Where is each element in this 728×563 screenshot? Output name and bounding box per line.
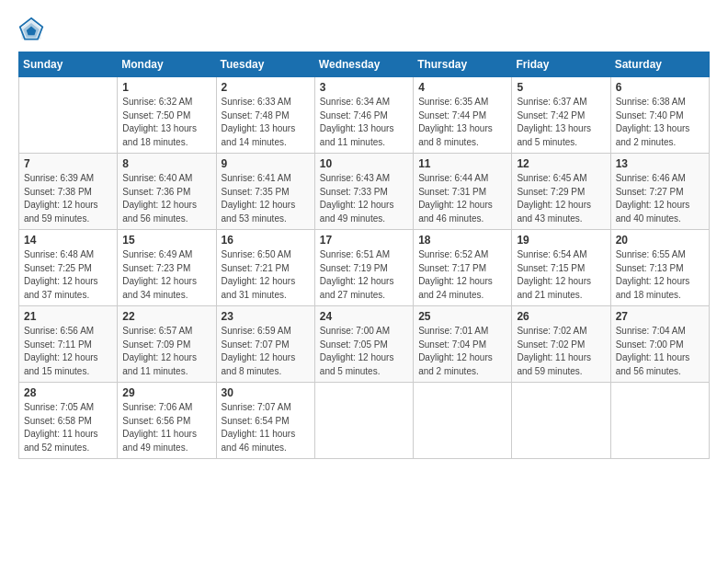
calendar-cell: 21Sunrise: 6:56 AM Sunset: 7:11 PM Dayli… <box>19 306 118 383</box>
calendar-cell: 30Sunrise: 7:07 AM Sunset: 6:54 PM Dayli… <box>216 383 314 459</box>
weekday-header-tuesday: Tuesday <box>216 52 314 77</box>
day-info: Sunrise: 6:45 AM Sunset: 7:29 PM Dayligh… <box>517 172 605 225</box>
weekday-header-sunday: Sunday <box>19 52 118 77</box>
calendar-cell: 2Sunrise: 6:33 AM Sunset: 7:48 PM Daylig… <box>216 77 314 154</box>
logo-icon <box>18 17 44 42</box>
day-number: 28 <box>24 386 112 399</box>
weekday-header-saturday: Saturday <box>610 52 709 77</box>
calendar-cell: 8Sunrise: 6:40 AM Sunset: 7:36 PM Daylig… <box>118 154 216 230</box>
day-info: Sunrise: 6:35 AM Sunset: 7:44 PM Dayligh… <box>418 96 506 149</box>
day-number: 2 <box>222 81 310 94</box>
calendar-cell: 14Sunrise: 6:48 AM Sunset: 7:25 PM Dayli… <box>19 230 118 306</box>
day-info: Sunrise: 6:51 AM Sunset: 7:19 PM Dayligh… <box>320 248 408 302</box>
day-number: 30 <box>222 386 310 399</box>
calendar-cell: 24Sunrise: 7:00 AM Sunset: 7:05 PM Dayli… <box>314 306 413 383</box>
calendar-cell: 9Sunrise: 6:41 AM Sunset: 7:35 PM Daylig… <box>216 154 314 230</box>
weekday-header-wednesday: Wednesday <box>314 52 413 77</box>
day-info: Sunrise: 6:44 AM Sunset: 7:31 PM Dayligh… <box>418 172 506 225</box>
day-info: Sunrise: 6:43 AM Sunset: 7:33 PM Dayligh… <box>320 172 408 225</box>
day-number: 17 <box>320 234 408 247</box>
calendar-cell: 13Sunrise: 6:46 AM Sunset: 7:27 PM Dayli… <box>610 154 709 230</box>
calendar-cell: 18Sunrise: 6:52 AM Sunset: 7:17 PM Dayli… <box>414 230 512 306</box>
calendar-table: SundayMondayTuesdayWednesdayThursdayFrid… <box>18 52 710 459</box>
day-info: Sunrise: 6:52 AM Sunset: 7:17 PM Dayligh… <box>418 248 506 302</box>
day-number: 13 <box>616 157 704 170</box>
day-number: 6 <box>616 81 704 94</box>
day-info: Sunrise: 6:50 AM Sunset: 7:21 PM Dayligh… <box>222 248 310 302</box>
header <box>18 17 710 42</box>
day-info: Sunrise: 6:54 AM Sunset: 7:15 PM Dayligh… <box>517 248 605 302</box>
day-number: 20 <box>616 234 704 247</box>
day-info: Sunrise: 6:46 AM Sunset: 7:27 PM Dayligh… <box>616 172 704 225</box>
day-number: 19 <box>517 234 605 247</box>
calendar-cell: 29Sunrise: 7:06 AM Sunset: 6:56 PM Dayli… <box>118 383 216 459</box>
day-info: Sunrise: 6:41 AM Sunset: 7:35 PM Dayligh… <box>222 172 310 225</box>
weekday-header-monday: Monday <box>118 52 216 77</box>
day-info: Sunrise: 6:55 AM Sunset: 7:13 PM Dayligh… <box>616 248 704 302</box>
day-number: 4 <box>418 81 506 94</box>
day-number: 29 <box>122 386 210 399</box>
calendar-cell: 22Sunrise: 6:57 AM Sunset: 7:09 PM Dayli… <box>118 306 216 383</box>
calendar-cell: 26Sunrise: 7:02 AM Sunset: 7:02 PM Dayli… <box>512 306 610 383</box>
calendar-cell: 15Sunrise: 6:49 AM Sunset: 7:23 PM Dayli… <box>118 230 216 306</box>
day-info: Sunrise: 6:34 AM Sunset: 7:46 PM Dayligh… <box>320 96 408 149</box>
calendar-cell: 19Sunrise: 6:54 AM Sunset: 7:15 PM Dayli… <box>512 230 610 306</box>
calendar-cell: 5Sunrise: 6:37 AM Sunset: 7:42 PM Daylig… <box>512 77 610 154</box>
calendar-cell: 23Sunrise: 6:59 AM Sunset: 7:07 PM Dayli… <box>216 306 314 383</box>
calendar-page: SundayMondayTuesdayWednesdayThursdayFrid… <box>0 0 728 563</box>
calendar-cell <box>19 77 118 154</box>
day-number: 5 <box>517 81 605 94</box>
week-row-2: 7Sunrise: 6:39 AM Sunset: 7:38 PM Daylig… <box>19 154 710 230</box>
calendar-cell: 25Sunrise: 7:01 AM Sunset: 7:04 PM Dayli… <box>414 306 512 383</box>
day-info: Sunrise: 6:38 AM Sunset: 7:40 PM Dayligh… <box>616 96 704 149</box>
day-number: 9 <box>222 157 310 170</box>
calendar-cell <box>314 383 413 459</box>
calendar-cell: 28Sunrise: 7:05 AM Sunset: 6:58 PM Dayli… <box>19 383 118 459</box>
day-info: Sunrise: 7:01 AM Sunset: 7:04 PM Dayligh… <box>418 325 506 378</box>
day-number: 25 <box>418 310 506 323</box>
day-number: 27 <box>616 310 704 323</box>
calendar-cell: 1Sunrise: 6:32 AM Sunset: 7:50 PM Daylig… <box>118 77 216 154</box>
calendar-cell: 3Sunrise: 6:34 AM Sunset: 7:46 PM Daylig… <box>314 77 413 154</box>
weekday-header-friday: Friday <box>512 52 610 77</box>
day-number: 15 <box>122 234 210 247</box>
day-number: 22 <box>122 310 210 323</box>
day-info: Sunrise: 6:37 AM Sunset: 7:42 PM Dayligh… <box>517 96 605 149</box>
day-number: 24 <box>320 310 408 323</box>
calendar-cell <box>512 383 610 459</box>
day-number: 21 <box>24 310 112 323</box>
calendar-cell: 12Sunrise: 6:45 AM Sunset: 7:29 PM Dayli… <box>512 154 610 230</box>
week-row-4: 21Sunrise: 6:56 AM Sunset: 7:11 PM Dayli… <box>19 306 710 383</box>
day-number: 11 <box>418 157 506 170</box>
day-number: 23 <box>222 310 310 323</box>
day-info: Sunrise: 6:59 AM Sunset: 7:07 PM Dayligh… <box>222 325 310 378</box>
calendar-cell: 7Sunrise: 6:39 AM Sunset: 7:38 PM Daylig… <box>19 154 118 230</box>
day-info: Sunrise: 6:48 AM Sunset: 7:25 PM Dayligh… <box>24 248 112 302</box>
calendar-cell <box>610 383 709 459</box>
week-row-1: 1Sunrise: 6:32 AM Sunset: 7:50 PM Daylig… <box>19 77 710 154</box>
day-number: 10 <box>320 157 408 170</box>
calendar-cell: 20Sunrise: 6:55 AM Sunset: 7:13 PM Dayli… <box>610 230 709 306</box>
calendar-cell: 4Sunrise: 6:35 AM Sunset: 7:44 PM Daylig… <box>414 77 512 154</box>
calendar-cell: 17Sunrise: 6:51 AM Sunset: 7:19 PM Dayli… <box>314 230 413 306</box>
day-number: 3 <box>320 81 408 94</box>
logo <box>18 17 48 42</box>
day-info: Sunrise: 6:57 AM Sunset: 7:09 PM Dayligh… <box>122 325 210 378</box>
day-number: 26 <box>517 310 605 323</box>
calendar-cell: 10Sunrise: 6:43 AM Sunset: 7:33 PM Dayli… <box>314 154 413 230</box>
calendar-cell: 16Sunrise: 6:50 AM Sunset: 7:21 PM Dayli… <box>216 230 314 306</box>
day-info: Sunrise: 6:49 AM Sunset: 7:23 PM Dayligh… <box>122 248 210 302</box>
day-number: 18 <box>418 234 506 247</box>
day-info: Sunrise: 7:04 AM Sunset: 7:00 PM Dayligh… <box>616 325 704 378</box>
week-row-5: 28Sunrise: 7:05 AM Sunset: 6:58 PM Dayli… <box>19 383 710 459</box>
day-info: Sunrise: 7:05 AM Sunset: 6:58 PM Dayligh… <box>24 401 112 454</box>
day-info: Sunrise: 6:56 AM Sunset: 7:11 PM Dayligh… <box>24 325 112 378</box>
calendar-cell: 6Sunrise: 6:38 AM Sunset: 7:40 PM Daylig… <box>610 77 709 154</box>
day-info: Sunrise: 7:06 AM Sunset: 6:56 PM Dayligh… <box>122 401 210 454</box>
day-number: 14 <box>24 234 112 247</box>
calendar-cell: 27Sunrise: 7:04 AM Sunset: 7:00 PM Dayli… <box>610 306 709 383</box>
day-number: 7 <box>24 157 112 170</box>
day-number: 1 <box>122 81 210 94</box>
day-number: 16 <box>222 234 310 247</box>
day-info: Sunrise: 6:33 AM Sunset: 7:48 PM Dayligh… <box>222 96 310 149</box>
